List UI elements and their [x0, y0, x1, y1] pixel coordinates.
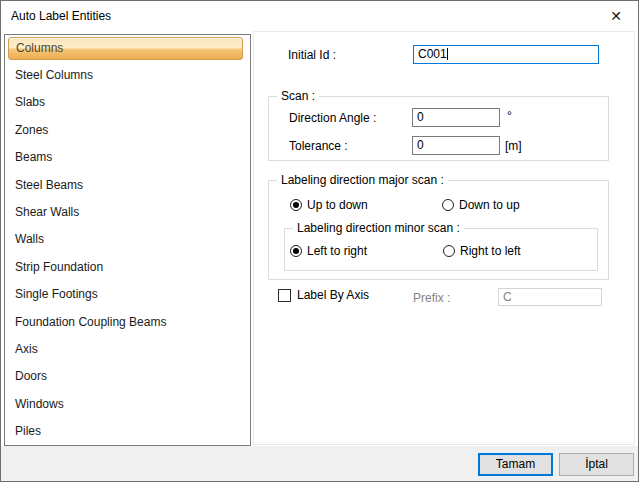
radio-label: Up to down [307, 198, 368, 212]
auto-label-entities-dialog: Auto Label Entities ✕ ColumnsSteel Colum… [0, 0, 639, 482]
titlebar: Auto Label Entities ✕ [1, 1, 638, 31]
list-item-axis[interactable]: Axis [5, 336, 250, 363]
list-item-columns[interactable]: Columns [8, 37, 243, 60]
major-scan-group: Labeling direction major scan : Up to do… [268, 180, 609, 280]
radio-down-to-up[interactable]: Down to up [442, 198, 520, 212]
list-item-steel-beams[interactable]: Steel Beams [5, 172, 250, 199]
list-item-piles[interactable]: Piles [5, 418, 250, 445]
scan-group-title: Scan : [277, 89, 319, 103]
radio-up-to-down[interactable]: Up to down [290, 198, 368, 212]
dialog-footer: Tamam İptal [1, 446, 638, 481]
prefix-input[interactable]: C [498, 288, 602, 306]
list-item-slabs[interactable]: Slabs [5, 89, 250, 116]
initial-id-value: C001 [418, 47, 447, 61]
text-caret [447, 48, 448, 60]
prefix-label: Prefix : [413, 291, 450, 305]
scan-group: Scan : Direction Angle : 0 ° Tolerance :… [268, 96, 609, 161]
radio-label: Down to up [459, 198, 520, 212]
list-item-windows[interactable]: Windows [5, 391, 250, 418]
window-title: Auto Label Entities [11, 1, 111, 31]
radio-button-icon [443, 245, 455, 257]
tolerance-value: 0 [417, 138, 424, 152]
list-item-steel-columns[interactable]: Steel Columns [5, 62, 250, 89]
close-button[interactable]: ✕ [599, 2, 633, 30]
list-item-walls[interactable]: Walls [5, 226, 250, 253]
radio-button-icon [290, 199, 302, 211]
radio-right-to-left[interactable]: Right to left [443, 244, 521, 258]
checkbox-label: Label By Axis [297, 288, 369, 302]
radio-button-icon [290, 245, 302, 257]
radio-label: Left to right [307, 244, 367, 258]
cancel-button[interactable]: İptal [559, 453, 634, 476]
checkbox-icon: ✓ [278, 289, 291, 302]
label-by-axis-checkbox[interactable]: ✓ Label By Axis [278, 288, 369, 302]
tolerance-unit: [m] [505, 139, 522, 153]
initial-id-label: Initial Id : [288, 48, 336, 62]
ok-button[interactable]: Tamam [478, 453, 553, 476]
tolerance-label: Tolerance : [289, 139, 348, 153]
list-item-foundation-coupling-beams[interactable]: Foundation Coupling Beams [5, 309, 250, 336]
list-item-zones[interactable]: Zones [5, 117, 250, 144]
list-item-doors[interactable]: Doors [5, 363, 250, 390]
tolerance-input[interactable]: 0 [412, 136, 500, 155]
list-item-single-footings[interactable]: Single Footings [5, 281, 250, 308]
list-item-beams[interactable]: Beams [5, 144, 250, 171]
radio-label: Right to left [460, 244, 521, 258]
minor-scan-title: Labeling direction minor scan : [293, 221, 464, 235]
major-scan-title: Labeling direction major scan : [277, 173, 448, 187]
radio-button-icon [442, 199, 454, 211]
direction-angle-unit: ° [507, 109, 512, 123]
initial-id-input[interactable]: C001 [413, 45, 599, 64]
direction-angle-label: Direction Angle : [289, 111, 376, 125]
direction-angle-input[interactable]: 0 [412, 108, 500, 127]
radio-left-to-right[interactable]: Left to right [290, 244, 367, 258]
entity-listbox[interactable]: ColumnsSteel ColumnsSlabsZonesBeamsSteel… [4, 34, 251, 446]
direction-angle-value: 0 [417, 110, 424, 124]
list-item-shear-walls[interactable]: Shear Walls [5, 199, 250, 226]
list-item-strip-foundation[interactable]: Strip Foundation [5, 254, 250, 281]
minor-scan-group: Labeling direction minor scan : Left to … [284, 228, 598, 271]
close-icon: ✕ [610, 8, 622, 24]
prefix-value: C [503, 290, 512, 304]
